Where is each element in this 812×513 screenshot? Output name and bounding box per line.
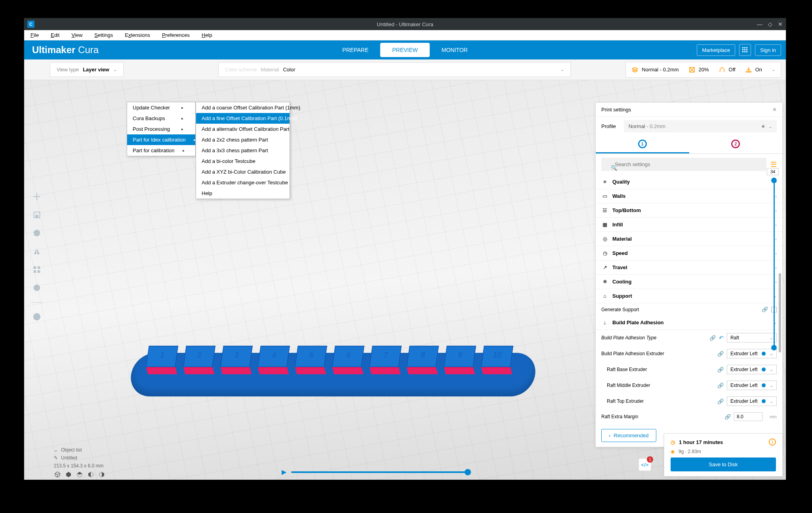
cat-adhesion[interactable]: ⟂Build Plate Adhesion⌄ — [596, 316, 782, 330]
menu-settings[interactable]: Settings — [92, 31, 115, 39]
raft-base-select[interactable]: Extruder Left⌄ — [727, 365, 777, 374]
sub-extruder-change[interactable]: Add a Extruder change-over Testcube — [196, 177, 290, 188]
layer-vertical-slider[interactable]: 34 — [770, 168, 778, 350]
cat-topbottom[interactable]: ☱Top/Bottom‹ — [596, 203, 782, 218]
adhesion-type-select[interactable]: Raft⌄ — [727, 333, 777, 343]
link-icon[interactable]: 🔗 — [717, 367, 724, 373]
link-icon[interactable]: 🔗 — [717, 351, 724, 357]
raft-margin-input[interactable]: 8.0 — [734, 412, 762, 421]
layer-play-slider[interactable]: ▶ — [282, 468, 468, 476]
cat-material[interactable]: ◎Material‹ — [596, 232, 782, 246]
sub-help[interactable]: Help — [196, 188, 290, 199]
ext-part-idex[interactable]: Part for Idex calibration▸ — [127, 134, 195, 145]
profile-selector[interactable]: Normal - 0.2mm ★ ⌄ — [624, 120, 777, 132]
cat-cooling[interactable]: ❄Cooling‹ — [596, 275, 782, 289]
ext-update-checker[interactable]: Update Checker▸ — [127, 102, 195, 113]
titlebar: C Untitled - Ultimaker Cura — ◇ ✕ — [24, 18, 786, 30]
link-icon[interactable]: 🔗 — [724, 414, 731, 420]
link-icon[interactable]: 🔗 — [709, 335, 716, 341]
chevron-down-icon[interactable]: ⌄ — [54, 447, 58, 453]
model-piece-10: 10 — [480, 346, 513, 373]
apps-icon[interactable] — [739, 44, 751, 56]
view-type-selector[interactable]: View type Layer view ⌄ — [50, 62, 124, 77]
cat-quality[interactable]: ≡Quality‹ — [596, 175, 782, 189]
config-bar: View type Layer view ⌄ Color scheme Mate… — [24, 59, 786, 80]
sub-xyz-cube[interactable]: Add a XYZ bi-Color Calibration Cube — [196, 167, 290, 177]
ext-cura-backups[interactable]: Cura Backups▸ — [127, 113, 195, 124]
link-icon[interactable]: 🔗 — [762, 306, 768, 312]
stage-monitor[interactable]: MONITOR — [430, 43, 480, 57]
slider-bottom-thumb[interactable] — [771, 345, 777, 350]
infill-icon — [688, 66, 696, 73]
support-blocker-tool[interactable] — [31, 282, 42, 293]
mesh-tool[interactable] — [31, 264, 42, 275]
recommended-button[interactable]: ‹ Recommended — [601, 429, 656, 442]
signin-button[interactable]: Sign in — [755, 44, 781, 56]
raft-middle-select[interactable]: Extruder Left⌄ — [727, 381, 777, 390]
info-icon[interactable]: i — [769, 438, 776, 446]
svg-rect-6 — [742, 51, 743, 52]
stage-prepare[interactable]: PREPARE — [330, 43, 380, 57]
svg-rect-16 — [38, 270, 40, 273]
close-panel-icon[interactable]: ✕ — [772, 107, 777, 113]
cat-support[interactable]: ⌂Support⌄ — [596, 289, 782, 303]
view-3d-icon[interactable] — [54, 471, 61, 480]
move-tool[interactable] — [31, 191, 42, 202]
svg-rect-1 — [744, 47, 745, 48]
cat-travel[interactable]: ↗Travel‹ — [596, 260, 782, 275]
adhesion-extruder-select[interactable]: Extruder Left⌄ — [727, 349, 777, 358]
sub-fine-offset[interactable]: Add a fine Offset Calibration Part (0.1m… — [196, 113, 290, 124]
search-settings-input[interactable] — [601, 158, 766, 171]
link-icon[interactable]: 🔗 — [717, 398, 724, 404]
menu-extensions[interactable]: Extensions — [122, 31, 152, 39]
marketplace-button[interactable]: Marketplace — [697, 44, 735, 56]
sub-chess-2x2[interactable]: Add a 2x2 chess pattern Part — [196, 134, 290, 145]
cat-infill[interactable]: ▦Infill‹ — [596, 218, 782, 232]
ext-part-calibration[interactable]: Part for calibration▸ — [127, 145, 195, 156]
view-right-icon[interactable] — [98, 471, 105, 480]
reset-icon[interactable]: ↶ — [719, 335, 724, 341]
pencil-icon[interactable]: ✎ — [54, 455, 58, 461]
view-left-icon[interactable] — [87, 471, 94, 480]
scrollbar[interactable] — [779, 273, 781, 352]
slider-track[interactable] — [291, 471, 468, 473]
ext-post-processing[interactable]: Post Processing▸ — [127, 124, 195, 134]
stage-preview[interactable]: PREVIEW — [380, 43, 430, 57]
maximize-button[interactable]: ◇ — [768, 21, 772, 27]
slider-top-thumb[interactable] — [771, 178, 777, 183]
sub-chess-3x3[interactable]: Add a 3x3 chess pattern Part — [196, 145, 290, 156]
cat-walls[interactable]: ▭Walls‹ — [596, 189, 782, 203]
close-button[interactable]: ✕ — [778, 21, 783, 27]
menu-icon[interactable]: ☰ — [770, 160, 777, 169]
view-top-icon[interactable] — [76, 471, 83, 480]
mirror-tool[interactable] — [31, 246, 42, 257]
sub-alt-offset[interactable]: Add a alternativ Offset Calibration Part — [196, 124, 290, 134]
extruder-tab-2[interactable]: 2 — [689, 136, 783, 153]
slider-thumb[interactable] — [465, 469, 471, 475]
cat-speed[interactable]: ◷Speed‹ — [596, 246, 782, 260]
chevron-left-icon: ‹ — [609, 433, 610, 438]
save-to-disk-button[interactable]: Save to Disk — [671, 457, 776, 471]
svg-rect-3 — [742, 49, 743, 50]
play-icon[interactable]: ▶ — [282, 468, 286, 476]
view-front-icon[interactable] — [65, 471, 72, 480]
print-config-summary[interactable]: Normal - 0.2mm 20% Off On ⌄ — [625, 62, 781, 78]
extruder-tab-1[interactable]: 1 — [596, 136, 689, 153]
color-scheme-selector[interactable]: Color scheme Material Color ⌄ — [218, 62, 571, 77]
scale-tool[interactable] — [31, 209, 42, 220]
viewport[interactable]: 12345678910 ⌄Object list ✎Untitled 213.5… — [24, 80, 786, 480]
svg-rect-8 — [746, 51, 747, 52]
sub-bicolor-cube[interactable]: Add a bi-color Testcube — [196, 156, 290, 167]
clock-icon[interactable] — [31, 311, 42, 322]
rotate-tool[interactable] — [31, 228, 42, 239]
menu-help[interactable]: Help — [199, 31, 215, 39]
link-icon[interactable]: 🔗 — [717, 383, 724, 389]
menu-view[interactable]: View — [69, 31, 85, 39]
sub-coarse-offset[interactable]: Add a coarse Offset Calibration Part (1m… — [196, 102, 290, 113]
menu-file[interactable]: File — [28, 31, 41, 39]
minimize-button[interactable]: — — [757, 21, 762, 27]
gcode-button[interactable]: </> 1 — [639, 458, 651, 471]
raft-top-select[interactable]: Extruder Left⌄ — [727, 396, 777, 406]
menu-preferences[interactable]: Preferences — [160, 31, 192, 39]
menu-edit[interactable]: Edit — [48, 31, 62, 39]
